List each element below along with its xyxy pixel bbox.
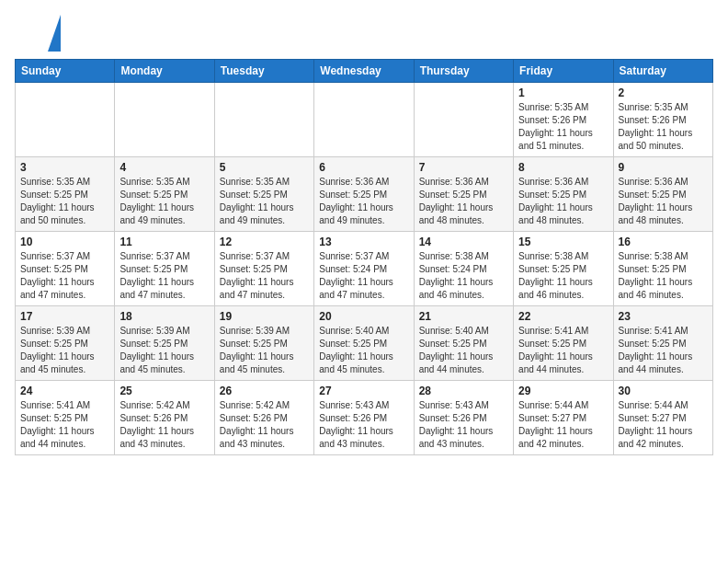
day-number: 18: [119, 310, 209, 323]
day-info: Sunrise: 5:44 AM Sunset: 5:27 PM Dayligh…: [518, 399, 608, 451]
day-info: Sunrise: 5:43 AM Sunset: 5:26 PM Dayligh…: [419, 399, 508, 451]
day-number: 29: [518, 385, 608, 397]
col-header-thursday: Thursday: [414, 60, 513, 83]
day-info: Sunrise: 5:42 AM Sunset: 5:26 PM Dayligh…: [220, 399, 309, 451]
calendar-cell: 6Sunrise: 5:36 AM Sunset: 5:25 PM Daylig…: [314, 157, 414, 232]
calendar-week-row: 17Sunrise: 5:39 AM Sunset: 5:25 PM Dayli…: [16, 306, 713, 381]
calendar-cell: [115, 83, 214, 157]
day-number: 12: [220, 236, 309, 248]
day-number: 2: [619, 86, 708, 99]
calendar-cell: 10Sunrise: 5:37 AM Sunset: 5:25 PM Dayli…: [16, 232, 115, 306]
day-number: 30: [619, 385, 708, 397]
calendar-cell: 22Sunrise: 5:41 AM Sunset: 5:25 PM Dayli…: [514, 306, 613, 381]
calendar-cell: 5Sunrise: 5:35 AM Sunset: 5:25 PM Daylig…: [214, 157, 313, 232]
day-info: Sunrise: 5:35 AM Sunset: 5:26 PM Dayligh…: [518, 101, 608, 153]
day-number: 8: [518, 161, 608, 174]
calendar-cell: [314, 83, 414, 157]
day-number: 6: [319, 161, 408, 174]
day-number: 21: [419, 310, 508, 323]
col-header-monday: Monday: [115, 60, 214, 83]
calendar-cell: 8Sunrise: 5:36 AM Sunset: 5:25 PM Daylig…: [514, 157, 613, 232]
calendar-cell: 15Sunrise: 5:38 AM Sunset: 5:25 PM Dayli…: [514, 232, 613, 306]
calendar-cell: 29Sunrise: 5:44 AM Sunset: 5:27 PM Dayli…: [514, 381, 613, 455]
day-info: Sunrise: 5:35 AM Sunset: 5:25 PM Dayligh…: [20, 176, 109, 227]
calendar-cell: 4Sunrise: 5:35 AM Sunset: 5:25 PM Daylig…: [115, 157, 214, 232]
day-info: Sunrise: 5:41 AM Sunset: 5:25 PM Dayligh…: [518, 325, 608, 376]
day-info: Sunrise: 5:38 AM Sunset: 5:25 PM Dayligh…: [619, 250, 708, 302]
calendar-cell: 28Sunrise: 5:43 AM Sunset: 5:26 PM Dayli…: [414, 381, 513, 455]
calendar-cell: 1Sunrise: 5:35 AM Sunset: 5:26 PM Daylig…: [514, 83, 613, 157]
page-header: [15, 15, 713, 52]
day-info: Sunrise: 5:41 AM Sunset: 5:25 PM Dayligh…: [619, 325, 708, 376]
calendar-cell: [16, 83, 115, 157]
calendar-cell: [214, 83, 313, 157]
day-info: Sunrise: 5:39 AM Sunset: 5:25 PM Dayligh…: [20, 325, 109, 376]
day-number: 28: [419, 385, 508, 397]
day-number: 4: [119, 161, 209, 174]
calendar-cell: 14Sunrise: 5:38 AM Sunset: 5:24 PM Dayli…: [414, 232, 513, 306]
calendar-cell: 21Sunrise: 5:40 AM Sunset: 5:25 PM Dayli…: [414, 306, 513, 381]
calendar-cell: 11Sunrise: 5:37 AM Sunset: 5:25 PM Dayli…: [115, 232, 214, 306]
day-number: 9: [619, 161, 708, 174]
calendar-table: SundayMondayTuesdayWednesdayThursdayFrid…: [15, 59, 713, 455]
calendar-week-row: 10Sunrise: 5:37 AM Sunset: 5:25 PM Dayli…: [16, 232, 713, 306]
col-header-sunday: Sunday: [16, 60, 115, 83]
day-info: Sunrise: 5:36 AM Sunset: 5:25 PM Dayligh…: [419, 176, 508, 227]
col-header-tuesday: Tuesday: [214, 60, 313, 83]
col-header-wednesday: Wednesday: [314, 60, 414, 83]
day-info: Sunrise: 5:44 AM Sunset: 5:27 PM Dayligh…: [619, 399, 708, 451]
col-header-friday: Friday: [514, 60, 613, 83]
day-number: 3: [20, 161, 109, 174]
day-number: 15: [518, 236, 608, 248]
calendar-cell: 3Sunrise: 5:35 AM Sunset: 5:25 PM Daylig…: [16, 157, 115, 232]
day-number: 25: [119, 385, 209, 397]
calendar-cell: 16Sunrise: 5:38 AM Sunset: 5:25 PM Dayli…: [613, 232, 712, 306]
day-number: 27: [319, 385, 408, 397]
day-info: Sunrise: 5:35 AM Sunset: 5:25 PM Dayligh…: [119, 176, 209, 227]
day-number: 26: [220, 385, 309, 397]
day-number: 10: [20, 236, 109, 248]
day-info: Sunrise: 5:39 AM Sunset: 5:25 PM Dayligh…: [119, 325, 209, 376]
day-info: Sunrise: 5:37 AM Sunset: 5:25 PM Dayligh…: [20, 250, 109, 302]
day-info: Sunrise: 5:37 AM Sunset: 5:25 PM Dayligh…: [220, 250, 309, 302]
day-info: Sunrise: 5:35 AM Sunset: 5:26 PM Dayligh…: [619, 101, 708, 153]
day-info: Sunrise: 5:36 AM Sunset: 5:25 PM Dayligh…: [518, 176, 608, 227]
day-info: Sunrise: 5:42 AM Sunset: 5:26 PM Dayligh…: [119, 399, 209, 451]
day-number: 14: [419, 236, 508, 248]
day-number: 5: [220, 161, 309, 174]
calendar-cell: 25Sunrise: 5:42 AM Sunset: 5:26 PM Dayli…: [115, 381, 214, 455]
day-info: Sunrise: 5:39 AM Sunset: 5:25 PM Dayligh…: [220, 325, 309, 376]
calendar-cell: 2Sunrise: 5:35 AM Sunset: 5:26 PM Daylig…: [613, 83, 712, 157]
calendar-cell: 23Sunrise: 5:41 AM Sunset: 5:25 PM Dayli…: [613, 306, 712, 381]
calendar-cell: 12Sunrise: 5:37 AM Sunset: 5:25 PM Dayli…: [214, 232, 313, 306]
calendar-week-row: 3Sunrise: 5:35 AM Sunset: 5:25 PM Daylig…: [16, 157, 713, 232]
day-number: 7: [419, 161, 508, 174]
calendar-header-row: SundayMondayTuesdayWednesdayThursdayFrid…: [16, 60, 713, 83]
calendar-cell: 7Sunrise: 5:36 AM Sunset: 5:25 PM Daylig…: [414, 157, 513, 232]
calendar-cell: 17Sunrise: 5:39 AM Sunset: 5:25 PM Dayli…: [16, 306, 115, 381]
calendar-cell: 18Sunrise: 5:39 AM Sunset: 5:25 PM Dayli…: [115, 306, 214, 381]
day-info: Sunrise: 5:37 AM Sunset: 5:25 PM Dayligh…: [119, 250, 209, 302]
day-info: Sunrise: 5:36 AM Sunset: 5:25 PM Dayligh…: [319, 176, 408, 227]
day-number: 13: [319, 236, 408, 248]
day-number: 22: [518, 310, 608, 323]
day-number: 23: [619, 310, 708, 323]
calendar-cell: 13Sunrise: 5:37 AM Sunset: 5:24 PM Dayli…: [314, 232, 414, 306]
calendar-cell: [414, 83, 513, 157]
calendar-week-row: 24Sunrise: 5:41 AM Sunset: 5:25 PM Dayli…: [16, 381, 713, 455]
calendar-cell: 24Sunrise: 5:41 AM Sunset: 5:25 PM Dayli…: [16, 381, 115, 455]
day-info: Sunrise: 5:36 AM Sunset: 5:25 PM Dayligh…: [619, 176, 708, 227]
calendar-week-row: 1Sunrise: 5:35 AM Sunset: 5:26 PM Daylig…: [16, 83, 713, 157]
day-number: 17: [20, 310, 109, 323]
day-number: 20: [319, 310, 408, 323]
day-number: 19: [220, 310, 309, 323]
calendar-cell: 9Sunrise: 5:36 AM Sunset: 5:25 PM Daylig…: [613, 157, 712, 232]
day-number: 24: [20, 385, 109, 397]
day-info: Sunrise: 5:41 AM Sunset: 5:25 PM Dayligh…: [20, 399, 109, 451]
logo: [15, 15, 61, 52]
day-number: 16: [619, 236, 708, 248]
calendar-cell: 20Sunrise: 5:40 AM Sunset: 5:25 PM Dayli…: [314, 306, 414, 381]
day-number: 1: [518, 86, 608, 99]
calendar-cell: 19Sunrise: 5:39 AM Sunset: 5:25 PM Dayli…: [214, 306, 313, 381]
calendar-cell: 27Sunrise: 5:43 AM Sunset: 5:26 PM Dayli…: [314, 381, 414, 455]
